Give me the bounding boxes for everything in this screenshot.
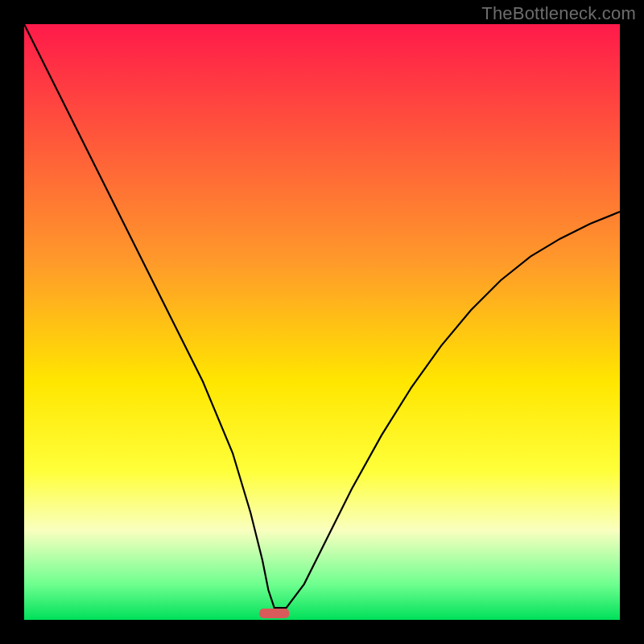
- chart-frame: TheBottleneck.com: [0, 0, 644, 644]
- plot-background: [24, 24, 620, 620]
- optimal-range-pill: [259, 609, 289, 618]
- bottleneck-chart: [0, 0, 644, 644]
